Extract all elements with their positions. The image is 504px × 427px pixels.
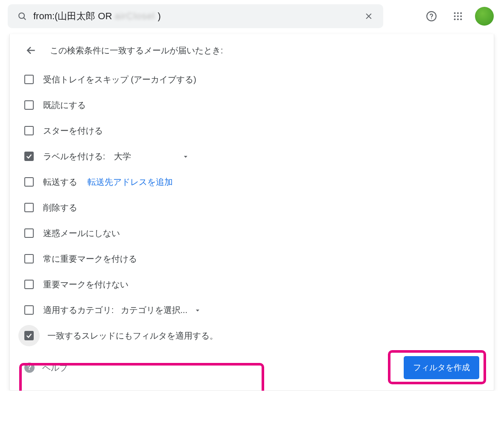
avatar[interactable] — [475, 7, 494, 26]
option-star[interactable]: スターを付ける — [24, 118, 479, 143]
search-input[interactable]: from:(山田太郎 OR airClosel ) — [31, 10, 360, 23]
label-always-important: 常に重要マークを付ける — [43, 253, 137, 265]
svg-point-10 — [457, 15, 459, 17]
help-icon[interactable] — [422, 7, 441, 26]
category-value[interactable]: カテゴリを選択... — [121, 304, 188, 316]
label-mark-read: 既読にする — [43, 99, 86, 111]
apply-label-value[interactable]: 大学 — [114, 151, 131, 162]
filter-panel: この検索条件に一致するメールが届いたとき: 受信トレイをスキップ (アーカイブす… — [9, 34, 494, 391]
apply-label-prefix: ラベルを付ける: — [43, 151, 105, 162]
option-never-spam[interactable]: 迷惑メールにしない — [24, 220, 479, 246]
label-delete: 削除する — [43, 202, 77, 214]
option-apply-label[interactable]: ラベルを付ける: 大学 — [24, 143, 479, 169]
forward-text: 転送する — [43, 176, 77, 188]
option-category[interactable]: 適用するカテゴリ: カテゴリを選択... — [24, 297, 479, 323]
checkbox-star[interactable] — [24, 126, 34, 135]
clear-search-icon[interactable] — [360, 8, 377, 25]
top-bar: from:(山田太郎 OR airClosel ) — [0, 0, 504, 29]
svg-point-8 — [460, 12, 462, 14]
create-filter-button[interactable]: フィルタを作成 — [404, 356, 479, 379]
svg-point-0 — [19, 13, 24, 18]
label-category: 適用するカテゴリ: カテゴリを選択... — [43, 304, 200, 316]
checkbox-category[interactable] — [24, 305, 34, 315]
label-never-important: 重要マークを付けない — [43, 279, 128, 290]
checkbox-apply-to-threads[interactable] — [24, 331, 34, 340]
search-text-prefix: from:(山田太郎 OR — [33, 11, 115, 21]
label-apply-label: ラベルを付ける: 大学 — [43, 151, 188, 162]
checkbox-always-important[interactable] — [24, 254, 34, 263]
search-box[interactable]: from:(山田太郎 OR airClosel ) — [8, 4, 383, 28]
option-forward[interactable]: 転送する 転送先アドレスを追加 — [24, 169, 479, 195]
svg-point-11 — [460, 15, 462, 17]
svg-line-1 — [24, 18, 26, 20]
option-always-important[interactable]: 常に重要マークを付ける — [24, 246, 479, 272]
checkbox-apply-label[interactable] — [24, 152, 34, 161]
svg-point-6 — [454, 12, 456, 14]
help-text[interactable]: ヘルプ — [42, 362, 68, 374]
option-never-important[interactable]: 重要マークを付けない — [24, 272, 479, 297]
svg-point-5 — [431, 18, 432, 19]
svg-point-7 — [457, 12, 459, 14]
panel-footer: ? ヘルプ フィルタを作成 — [24, 356, 479, 379]
label-star: スターを付ける — [43, 125, 103, 137]
forward-add-link[interactable]: 転送先アドレスを追加 — [87, 176, 173, 188]
option-mark-read[interactable]: 既読にする — [24, 92, 479, 118]
search-icon[interactable] — [14, 8, 31, 25]
label-forward: 転送する 転送先アドレスを追加 — [43, 176, 173, 188]
label-skip-inbox: 受信トレイをスキップ (アーカイブする) — [43, 74, 196, 85]
panel-title: この検索条件に一致するメールが届いたとき: — [50, 45, 223, 56]
svg-point-12 — [454, 18, 456, 20]
top-right-icons — [422, 7, 496, 26]
option-apply-to-threads[interactable]: 一致するスレッドにもフィルタを適用する。 — [24, 323, 479, 348]
svg-point-14 — [460, 18, 462, 20]
search-text-suffix: ) — [155, 11, 160, 21]
checkbox-never-important[interactable] — [24, 280, 34, 289]
svg-point-9 — [454, 15, 456, 17]
label-apply-to-threads: 一致するスレッドにもフィルタを適用する。 — [47, 330, 218, 342]
checkbox-skip-inbox[interactable] — [24, 75, 34, 84]
checkbox-delete[interactable] — [24, 203, 34, 212]
svg-marker-17 — [196, 310, 199, 312]
svg-marker-16 — [184, 156, 187, 158]
panel-header: この検索条件に一致するメールが届いたとき: — [24, 44, 479, 57]
checkbox-never-spam[interactable] — [24, 228, 34, 238]
chevron-down-icon[interactable] — [183, 152, 188, 161]
checkbox-forward[interactable] — [24, 177, 34, 187]
option-delete[interactable]: 削除する — [24, 195, 479, 220]
chevron-down-icon[interactable] — [195, 305, 200, 315]
apps-icon[interactable] — [449, 7, 467, 26]
help-filled-icon[interactable]: ? — [24, 363, 35, 373]
label-never-spam: 迷惑メールにしない — [43, 228, 120, 239]
checkbox-ripple — [18, 325, 40, 346]
search-text-blurred: airClosel — [115, 11, 155, 21]
option-skip-inbox[interactable]: 受信トレイをスキップ (アーカイブする) — [24, 67, 479, 92]
category-prefix: 適用するカテゴリ: — [43, 304, 114, 316]
checkbox-mark-read[interactable] — [24, 100, 34, 110]
back-icon[interactable] — [24, 44, 38, 57]
svg-point-13 — [457, 18, 459, 20]
